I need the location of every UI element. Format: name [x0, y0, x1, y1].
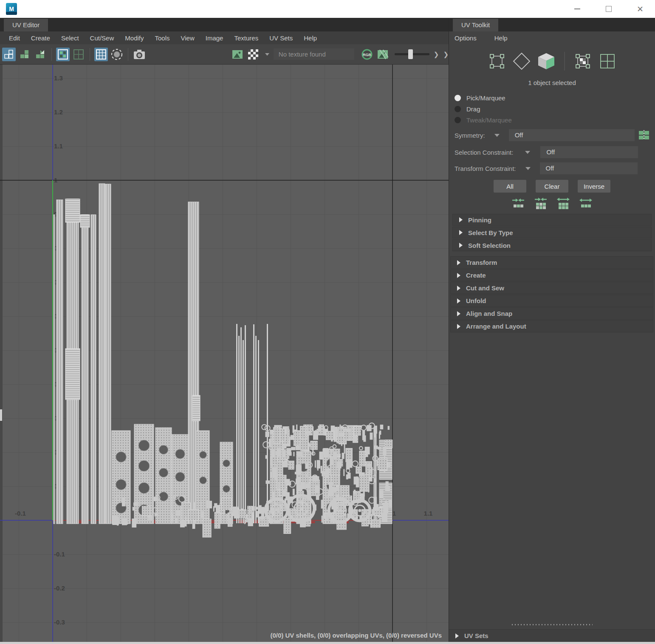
menu-help[interactable]: Help — [304, 34, 317, 42]
uv-toolkit-panel: UV Toolkit Options Help — [449, 18, 655, 642]
stack-shells-icon — [20, 49, 30, 60]
minimize-button[interactable] — [573, 4, 582, 14]
grow-selection-button[interactable] — [579, 196, 593, 210]
chevron-right-icon — [455, 633, 459, 638]
grow-selection-icon — [579, 196, 593, 210]
menu-modify[interactable]: Modify — [125, 34, 144, 42]
texture-image-button[interactable] — [231, 48, 244, 61]
display-checkered-button[interactable] — [56, 48, 70, 61]
section-align-and-snap[interactable]: Align and Snap — [450, 307, 653, 320]
grid-display-button[interactable] — [94, 48, 108, 61]
radio-pick-marquee[interactable]: Pick/Marquee — [449, 92, 655, 103]
selection-constraint-field[interactable]: Off — [540, 146, 638, 158]
menu-select[interactable]: Select — [61, 34, 79, 42]
shrink-shell-selection-button[interactable] — [534, 196, 548, 210]
edge-mode-button[interactable] — [512, 52, 531, 71]
vertex-icon — [488, 53, 505, 70]
section-transform[interactable]: Transform — [450, 256, 653, 269]
uv-shell-icon — [599, 53, 616, 70]
section-unfold[interactable]: Unfold — [450, 295, 653, 307]
channel-display-button[interactable]: RGB — [360, 48, 374, 61]
toolbar-expand-icon[interactable]: ❯ — [434, 51, 439, 58]
transform-constraint-field[interactable]: Off — [540, 162, 638, 174]
transform-constraint-caret[interactable] — [525, 167, 531, 170]
checkerboard-icon — [248, 49, 258, 60]
menu-textures[interactable]: Textures — [234, 34, 258, 42]
uv-statistics: (0/0) UV shells, (0/0) overlapping UVs, … — [271, 632, 442, 639]
shrink-selection-button[interactable] — [511, 196, 525, 210]
section-create[interactable]: Create — [450, 269, 653, 281]
close-button[interactable]: ✕ — [635, 4, 645, 14]
checker-texture-button[interactable] — [246, 48, 260, 61]
menu-image[interactable]: Image — [206, 34, 223, 42]
uv-editor-menubar: Edit Create Select Cut/Sew Modify Tools … — [0, 31, 449, 44]
menu-uv-sets[interactable]: UV Sets — [269, 34, 293, 42]
section-uv-sets[interactable]: UV Sets — [449, 629, 655, 642]
svg-text:1: 1 — [392, 510, 396, 517]
select-clear-button[interactable]: Clear — [536, 180, 568, 193]
uv-viewport[interactable]: 1.31.21.110.90.80.70.60.50.40.30.20.1-0.… — [0, 65, 449, 642]
uv-editor-panel: UV Editor Edit Create Select Cut/Sew Mod… — [0, 18, 449, 642]
svg-text:1.2: 1.2 — [54, 108, 63, 116]
tile-layout-icon — [4, 49, 14, 60]
texture-filter-button[interactable] — [376, 48, 390, 61]
panel-resize-grip[interactable] — [512, 624, 593, 625]
radio-drag[interactable]: Drag — [449, 103, 655, 114]
toolbar-expand-icon-2[interactable]: ❯ — [443, 51, 449, 58]
face-mode-button[interactable] — [537, 52, 556, 71]
distortion-tile-icon — [73, 49, 84, 60]
image-icon — [232, 50, 243, 59]
tab-uv-toolkit[interactable]: UV Toolkit — [453, 19, 498, 31]
maximize-button[interactable] — [604, 4, 613, 14]
symmetry-icon[interactable] — [638, 130, 650, 141]
section-soft-selection[interactable]: Soft Selection — [452, 239, 652, 251]
menu-view[interactable]: View — [181, 34, 195, 42]
display-distortion-button[interactable] — [72, 48, 85, 61]
uv-shells-canvas: 1.31.21.110.90.80.70.60.50.40.30.20.1-0.… — [0, 65, 449, 642]
slider-handle[interactable] — [408, 49, 413, 59]
radio-dot-icon — [455, 95, 461, 101]
window-bottom-edge — [0, 642, 655, 644]
menu-create[interactable]: Create — [31, 34, 50, 42]
svg-text:1.1: 1.1 — [54, 142, 63, 150]
camera-icon — [133, 48, 146, 60]
section-arrange-and-layout[interactable]: Arrange and Layout — [450, 320, 653, 332]
svg-text:-0.2: -0.2 — [54, 584, 65, 592]
selection-mode-radios: Pick/Marquee Drag Tweak/Marquee — [449, 92, 655, 125]
menu-options[interactable]: Options — [455, 34, 477, 42]
grow-shell-selection-button[interactable] — [556, 196, 570, 210]
striped-image-icon — [377, 50, 388, 59]
uv-mode-button[interactable] — [573, 52, 592, 71]
shade-shells-button[interactable] — [110, 48, 124, 61]
texture-dim-slider[interactable] — [395, 53, 429, 55]
toolbar-separator — [51, 48, 52, 61]
tab-uv-editor[interactable]: UV Editor — [4, 19, 48, 31]
uv-shell-mode-button[interactable] — [598, 52, 617, 71]
uv-snapshot-button[interactable] — [133, 48, 146, 61]
symmetry-dropdown-caret[interactable] — [494, 134, 500, 137]
section-select-by-type[interactable]: Select By Type — [452, 227, 652, 238]
tool-sections: Transform Create Cut and Sew Unfold Alig… — [449, 256, 655, 333]
vertex-mode-button[interactable] — [488, 52, 506, 71]
symmetry-field[interactable]: Off — [509, 129, 635, 141]
select-inverse-button[interactable]: Inverse — [578, 180, 610, 193]
selection-constraint-caret[interactable] — [525, 151, 530, 154]
texture-dropdown-caret[interactable] — [265, 53, 269, 56]
viewport-panel-grip[interactable] — [0, 409, 2, 421]
transform-constraint-row: Transform Constraint: Off — [449, 162, 655, 175]
tile-layout-button[interactable] — [2, 48, 16, 61]
section-pinning[interactable]: Pinning — [452, 214, 652, 226]
select-all-button[interactable]: All — [494, 180, 526, 193]
radio-dot-icon — [455, 106, 461, 112]
chevron-right-icon — [459, 243, 463, 248]
menu-edit[interactable]: Edit — [9, 34, 20, 42]
fold-shells-button[interactable] — [34, 48, 47, 61]
menu-toolkit-help[interactable]: Help — [494, 34, 508, 42]
svg-text:1.3: 1.3 — [54, 74, 63, 82]
texture-name-field[interactable]: No texture found — [274, 48, 354, 60]
stack-shells-button[interactable] — [18, 48, 31, 61]
section-cut-and-sew[interactable]: Cut and Sew — [450, 282, 653, 294]
menu-cut-sew[interactable]: Cut/Sew — [90, 34, 114, 42]
menu-tools[interactable]: Tools — [155, 34, 169, 42]
mode-row-separator — [564, 52, 565, 71]
